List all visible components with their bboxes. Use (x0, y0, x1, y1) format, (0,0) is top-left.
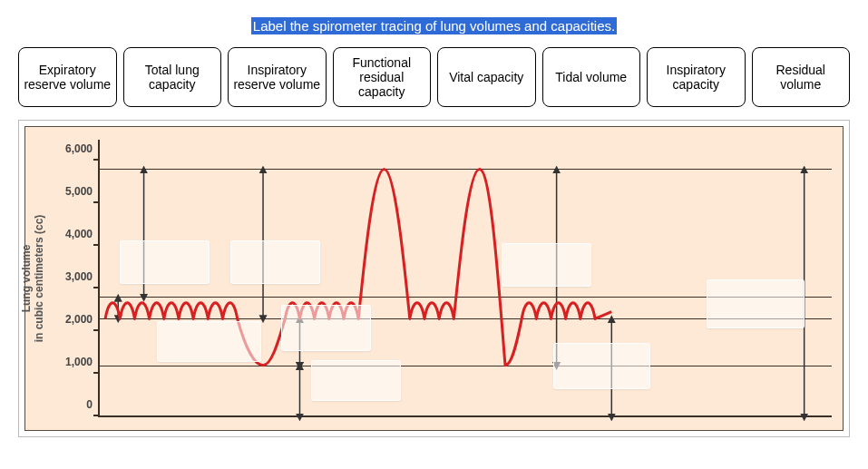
y-axis-title: Lung volume in cubic centimeters (cc) (20, 197, 46, 360)
y-tick: 2,000 (65, 313, 93, 326)
y-tick: 3,000 (65, 270, 93, 283)
instruction-text: Label the spirometer tracing of lung vol… (18, 18, 850, 34)
label-tile[interactable]: Total lung capacity (123, 47, 222, 107)
label-tile[interactable]: Vital capacity (437, 47, 536, 107)
label-bank: Expiratory reserve volume Total lung cap… (18, 47, 850, 107)
drop-zone[interactable] (502, 243, 591, 287)
plot-area: 0 1,000 2,000 3,000 4,000 5,000 6,000 (98, 140, 832, 417)
drop-zone[interactable] (120, 240, 210, 284)
label-tile[interactable]: Inspiratory capacity (647, 47, 746, 107)
y-tick: 0 (86, 398, 93, 411)
y-tick: 6,000 (65, 142, 93, 155)
y-tick: 1,000 (65, 356, 93, 368)
chart-container: Lung volume in cubic centimeters (cc) 0 … (18, 120, 850, 437)
chart-background: Lung volume in cubic centimeters (cc) 0 … (24, 126, 844, 431)
label-tile[interactable]: Expiratory reserve volume (18, 47, 117, 107)
drop-zone[interactable] (157, 321, 261, 362)
label-tile[interactable]: Residual volume (752, 47, 851, 107)
drop-zone[interactable] (707, 279, 804, 328)
label-tile[interactable]: Inspiratory reserve volume (228, 47, 327, 107)
drop-zone[interactable] (553, 343, 650, 389)
drop-zone[interactable] (281, 305, 371, 351)
y-tick: 5,000 (65, 185, 93, 198)
label-tile[interactable]: Tidal volume (542, 47, 641, 107)
drop-zone[interactable] (230, 240, 320, 284)
drop-zone[interactable] (311, 360, 401, 401)
y-tick: 4,000 (65, 228, 93, 240)
label-tile[interactable]: Functional residual capacity (333, 47, 432, 107)
